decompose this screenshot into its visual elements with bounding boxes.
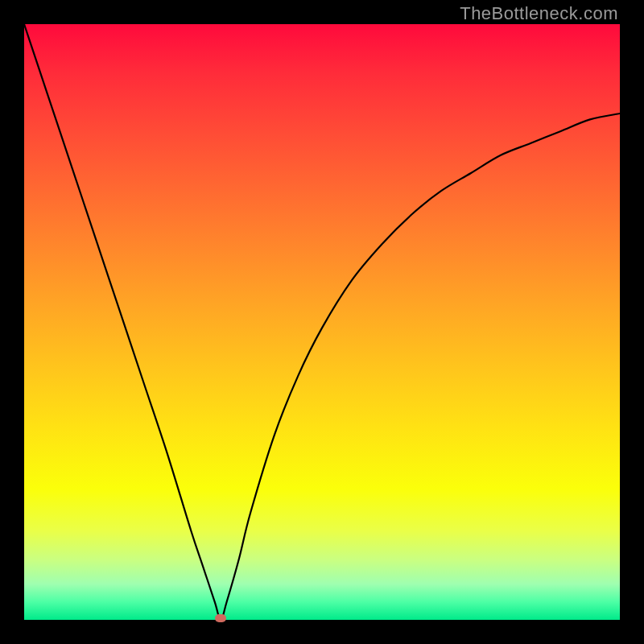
min-marker-icon (215, 614, 226, 622)
plot-area (24, 24, 620, 620)
watermark-text: TheBottleneck.com (460, 3, 618, 24)
chart-container: TheBottleneck.com (0, 0, 644, 644)
